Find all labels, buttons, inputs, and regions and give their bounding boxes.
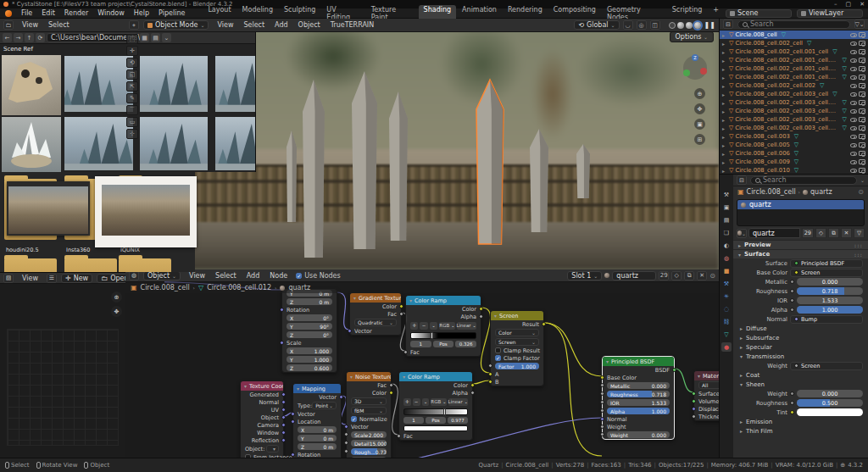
node-socket[interactable] <box>600 400 604 404</box>
folder-icon-row2[interactable] <box>64 258 117 272</box>
maximize-button[interactable]: ▢ <box>846 1 852 8</box>
blender-menu-icon[interactable] <box>5 10 12 17</box>
node-slider[interactable]: Roughness0.718 <box>607 391 670 397</box>
node-dropdown[interactable]: Color⌄ <box>495 329 539 336</box>
property-select-surface[interactable]: Principled BSDF <box>790 259 863 268</box>
node-material-output[interactable]: ▾Material OutAll⌄SurfaceVolumeDisplacem.… <box>693 370 719 421</box>
hide-eye-icon[interactable] <box>850 33 857 37</box>
properties-tab-material[interactable]: ● <box>721 342 732 352</box>
hide-eye-icon[interactable] <box>850 42 857 46</box>
node-dropdown[interactable]: 3D⌄ <box>351 397 387 405</box>
disable-render-icon[interactable] <box>859 134 865 139</box>
image-zoom-icon[interactable]: ⊕ <box>111 292 122 303</box>
properties-tab-render[interactable]: ▣ <box>721 203 732 212</box>
shading-wireframe-icon[interactable] <box>669 22 676 29</box>
disable-render-icon[interactable] <box>859 41 865 46</box>
node-socket[interactable] <box>692 407 696 411</box>
hide-eye-icon[interactable] <box>850 50 857 54</box>
editor-type-filebrowser-icon[interactable]: 🗀 <box>3 20 14 30</box>
hide-eye-icon[interactable] <box>850 101 857 105</box>
expand-arrow-icon[interactable]: ▸ <box>722 100 727 106</box>
outliner-row[interactable]: ▸▽Circle.008_cell.002_cell.001_cell▽ <box>720 47 868 56</box>
ramp-gradient-bar[interactable] <box>403 408 468 415</box>
disable-render-icon[interactable] <box>859 66 865 71</box>
folder-icon-row2[interactable] <box>119 258 171 272</box>
disable-render-icon[interactable] <box>859 142 865 147</box>
node-header[interactable]: ▾Texture Coordinate <box>241 381 283 391</box>
viewport-menu-select[interactable]: Select <box>239 20 269 30</box>
refresh-icon[interactable]: ⟳ <box>36 33 45 42</box>
node-slider[interactable]: Rough...0.738 <box>351 448 387 455</box>
hide-eye-icon[interactable] <box>850 109 857 114</box>
expand-arrow-icon[interactable]: ▸ <box>722 142 727 148</box>
properties-tab-particles[interactable]: ✳ <box>721 292 732 301</box>
add-stop-button[interactable]: ✛ <box>403 398 411 406</box>
node-checkbox[interactable]: ✓ <box>351 416 357 422</box>
stop-pos-label[interactable]: Pos <box>433 341 454 347</box>
unlink-material-icon[interactable]: ✕ <box>841 228 852 238</box>
reference-thumbnail[interactable] <box>140 56 208 112</box>
property-slider-metallic[interactable]: 0.000 <box>797 278 863 286</box>
reference-thumbnail[interactable] <box>64 117 133 170</box>
viewport-tool-7-icon[interactable]: ▭ <box>126 117 138 127</box>
hide-eye-icon[interactable] <box>850 135 857 139</box>
viewport-menu-add[interactable]: Add <box>270 20 292 30</box>
node-dropdown[interactable]: Point⌄ <box>312 402 337 409</box>
stop-index-field[interactable]: 1 <box>410 341 431 347</box>
node-checkbox[interactable] <box>495 347 501 353</box>
editor-type-viewport-icon[interactable]: ⌖ <box>129 20 139 30</box>
gizmo-z-axis[interactable]: Z <box>692 54 698 61</box>
node-slider[interactable]: Alpha1.000 <box>607 408 670 414</box>
users-count-button-2[interactable]: 29 <box>802 228 814 238</box>
viewport-options-button[interactable]: Options ⌄ <box>670 31 714 42</box>
viewport-tool-4-icon[interactable]: ⇱ <box>126 81 138 92</box>
color-mode-button[interactable]: RGB ⌄ <box>439 322 454 330</box>
interp-button[interactable]: Linear ⌄ <box>457 322 476 330</box>
outliner-row[interactable]: ▸▽Circle.008_cell.002_cell.001_cell.002▽ <box>720 64 868 73</box>
node-checkbox[interactable]: ✓ <box>495 355 501 361</box>
expand-arrow-icon[interactable]: ▸ <box>722 117 727 123</box>
node-socket[interactable] <box>397 434 401 438</box>
ramp-stop-handle[interactable] <box>431 332 433 339</box>
expand-arrow-icon[interactable]: ▸ <box>722 134 727 140</box>
hide-eye-icon[interactable] <box>850 84 857 88</box>
properties-tab-physics[interactable]: ◌ <box>721 304 732 314</box>
viewport-menu-object[interactable]: Object <box>294 20 325 30</box>
stop-pos-value[interactable]: 0.977 <box>448 417 468 424</box>
node-socket[interactable] <box>600 425 604 429</box>
panel-section-surface[interactable]: ▾Surface::: <box>733 249 868 258</box>
hide-eye-icon[interactable] <box>850 152 857 156</box>
shading-solid-icon[interactable] <box>677 22 684 29</box>
expand-arrow-icon[interactable]: ▸ <box>722 32 727 38</box>
node-socket[interactable] <box>403 350 408 354</box>
node-socket[interactable] <box>692 399 696 403</box>
hide-eye-icon[interactable] <box>850 58 857 63</box>
node-socket[interactable] <box>600 383 604 387</box>
back-icon[interactable]: ← <box>3 33 12 42</box>
expand-arrow-icon[interactable]: ▸ <box>722 58 727 64</box>
node-socket[interactable] <box>600 417 604 421</box>
node-socket[interactable] <box>389 391 393 395</box>
menu-window[interactable]: Window <box>93 8 129 18</box>
gizmo-x-axis[interactable] <box>700 68 707 75</box>
hide-eye-icon[interactable] <box>850 160 857 164</box>
navigation-gizmo[interactable]: Z <box>683 56 707 80</box>
node-collapse-icon[interactable]: ▾ <box>353 295 356 301</box>
up-icon[interactable]: ↑ <box>25 33 34 42</box>
node-socket[interactable] <box>281 400 286 404</box>
shading-rendered-icon[interactable] <box>694 22 701 29</box>
node-socket[interactable] <box>600 408 604 413</box>
material-name-input[interactable]: quartz <box>748 228 800 238</box>
subpanel-emission[interactable]: ▸Emission <box>733 419 865 425</box>
node-socket[interactable] <box>344 441 348 445</box>
node-socket[interactable] <box>600 391 604 396</box>
hide-eye-icon[interactable] <box>850 169 857 173</box>
node-socket[interactable] <box>291 419 295 424</box>
shading-material-icon[interactable] <box>686 22 693 29</box>
node-slider[interactable]: Lacun...2.000 <box>351 457 387 458</box>
outliner-row[interactable]: ▸▽Circle.008_cell.002_cell.002▽ <box>720 81 868 90</box>
path-field[interactable]: C:\Users\bear\Documents\ <box>47 33 138 42</box>
hamburger-icon[interactable]: ☰ <box>47 274 57 283</box>
camera-view-icon[interactable]: ▣ <box>694 119 705 130</box>
node-collapse-icon[interactable]: ▾ <box>297 386 299 391</box>
